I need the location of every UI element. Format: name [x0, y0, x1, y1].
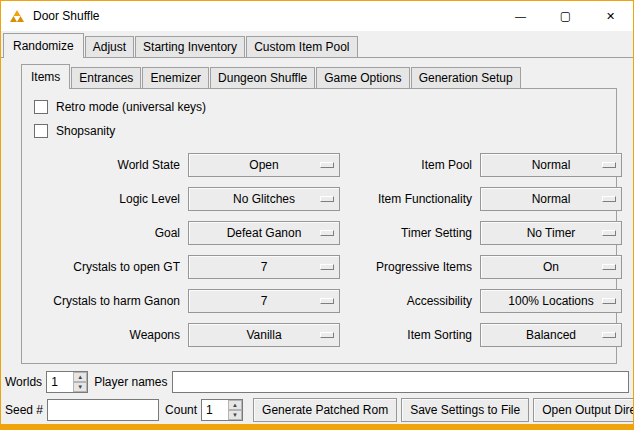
dropdown-indicator-icon [602, 196, 616, 202]
item-functionality-dropdown[interactable]: Normal [480, 187, 622, 211]
seed-input[interactable] [47, 399, 159, 421]
tab-game-options[interactable]: Game Options [316, 67, 409, 88]
tab-generation-setup[interactable]: Generation Setup [411, 67, 521, 88]
accessibility-value: 100% Locations [508, 294, 593, 308]
count-spinner[interactable]: 1 ▲ ▼ [201, 399, 243, 421]
tab-starting-inventory[interactable]: Starting Inventory [135, 36, 245, 57]
timer-setting-value: No Timer [527, 226, 576, 240]
logic-level-value: No Glitches [233, 192, 295, 206]
timer-setting-label: Timer Setting [346, 226, 474, 240]
options-grid: World State Open Item Pool Normal Logic … [26, 153, 612, 347]
maximize-icon[interactable]: ▢ [543, 1, 588, 31]
shopsanity-row: Shopsanity [34, 119, 612, 143]
seed-row: Seed # Count 1 ▲ ▼ Generate Patched Rom … [5, 398, 629, 422]
crystals-ganon-dropdown[interactable]: 7 [188, 289, 340, 313]
randomize-pane: Items Entrances Enemizer Dungeon Shuffle… [21, 64, 617, 364]
spinner-down-icon[interactable]: ▼ [228, 410, 242, 420]
save-settings-button[interactable]: Save Settings to File [401, 398, 529, 422]
dropdown-indicator-icon [320, 264, 334, 270]
timer-setting-dropdown[interactable]: No Timer [480, 221, 622, 245]
bottom-panel: Worlds 1 ▲ ▼ Player names Seed # Count 1… [5, 370, 629, 422]
worlds-value: 1 [47, 372, 73, 392]
minimize-icon[interactable]: — [498, 1, 543, 31]
dropdown-indicator-icon [602, 162, 616, 168]
retro-mode-row: Retro mode (universal keys) [34, 95, 612, 119]
spinner-up-icon[interactable]: ▲ [73, 372, 87, 382]
worlds-label: Worlds [5, 375, 42, 389]
weapons-value: Vanilla [246, 328, 281, 342]
item-pool-dropdown[interactable]: Normal [480, 153, 622, 177]
item-sorting-value: Balanced [526, 328, 576, 342]
world-state-value: Open [249, 158, 278, 172]
dropdown-indicator-icon [602, 298, 616, 304]
crystals-gt-dropdown[interactable]: 7 [188, 255, 340, 279]
logic-level-label: Logic Level [26, 192, 182, 206]
weapons-dropdown[interactable]: Vanilla [188, 323, 340, 347]
count-value: 1 [202, 400, 228, 420]
dropdown-indicator-icon [320, 332, 334, 338]
tab-randomize[interactable]: Randomize [3, 33, 84, 58]
progressive-items-label: Progressive Items [346, 260, 474, 274]
sub-tab-bar: Items Entrances Enemizer Dungeon Shuffle… [21, 64, 617, 89]
weapons-label: Weapons [26, 328, 182, 342]
tab-enemizer[interactable]: Enemizer [142, 67, 209, 88]
goal-dropdown[interactable]: Defeat Ganon [188, 221, 340, 245]
accessibility-dropdown[interactable]: 100% Locations [480, 289, 622, 313]
item-pool-value: Normal [532, 158, 571, 172]
count-spinner-arrows: ▲ ▼ [228, 400, 242, 420]
window-title: Door Shuffle [33, 9, 100, 23]
accessibility-label: Accessibility [346, 294, 474, 308]
dropdown-indicator-icon [320, 298, 334, 304]
tab-adjust[interactable]: Adjust [85, 36, 134, 57]
item-pool-label: Item Pool [346, 158, 474, 172]
seed-label: Seed # [5, 403, 43, 417]
crystals-gt-value: 7 [261, 260, 268, 274]
shopsanity-checkbox[interactable] [34, 124, 48, 138]
dropdown-indicator-icon [320, 162, 334, 168]
generate-rom-button[interactable]: Generate Patched Rom [253, 398, 397, 422]
crystals-gt-label: Crystals to open GT [26, 260, 182, 274]
crystals-ganon-label: Crystals to harm Ganon [26, 294, 182, 308]
open-output-button[interactable]: Open Output Directory [533, 398, 634, 422]
retro-mode-checkbox[interactable] [34, 100, 48, 114]
dropdown-indicator-icon [602, 230, 616, 236]
retro-mode-label: Retro mode (universal keys) [56, 100, 206, 114]
tab-dungeon-shuffle[interactable]: Dungeon Shuffle [210, 67, 315, 88]
main-tab-bar: Randomize Adjust Starting Inventory Cust… [1, 33, 633, 58]
tab-entrances[interactable]: Entrances [71, 67, 141, 88]
shopsanity-label: Shopsanity [56, 124, 115, 138]
window-controls: — ▢ ✕ [498, 1, 633, 31]
item-sorting-dropdown[interactable]: Balanced [480, 323, 622, 347]
crystals-ganon-value: 7 [261, 294, 268, 308]
dropdown-indicator-icon [320, 230, 334, 236]
app-icon [9, 8, 25, 24]
titlebar: Door Shuffle — ▢ ✕ [1, 1, 633, 31]
world-state-label: World State [26, 158, 182, 172]
spinner-up-icon[interactable]: ▲ [228, 400, 242, 410]
progressive-items-dropdown[interactable]: On [480, 255, 622, 279]
player-names-label: Player names [94, 375, 167, 389]
goal-value: Defeat Ganon [227, 226, 302, 240]
count-label: Count [165, 403, 197, 417]
logic-level-dropdown[interactable]: No Glitches [188, 187, 340, 211]
item-sorting-label: Item Sorting [346, 328, 474, 342]
app-window: Door Shuffle — ▢ ✕ Randomize Adjust Star… [0, 0, 634, 430]
dropdown-indicator-icon [602, 264, 616, 270]
tab-custom-item-pool[interactable]: Custom Item Pool [246, 36, 357, 57]
dropdown-indicator-icon [320, 196, 334, 202]
worlds-spinner-arrows: ▲ ▼ [73, 372, 87, 392]
tab-items[interactable]: Items [21, 64, 70, 89]
item-functionality-value: Normal [532, 192, 571, 206]
dropdown-indicator-icon [602, 332, 616, 338]
items-pane: Retro mode (universal keys) Shopsanity W… [21, 89, 617, 364]
world-state-dropdown[interactable]: Open [188, 153, 340, 177]
close-icon[interactable]: ✕ [588, 1, 633, 31]
worlds-row: Worlds 1 ▲ ▼ Player names [5, 370, 629, 394]
worlds-spinner[interactable]: 1 ▲ ▼ [46, 371, 88, 393]
progressive-items-value: On [543, 260, 559, 274]
goal-label: Goal [26, 226, 182, 240]
item-functionality-label: Item Functionality [346, 192, 474, 206]
player-names-input[interactable] [172, 371, 630, 393]
spinner-down-icon[interactable]: ▼ [73, 382, 87, 392]
